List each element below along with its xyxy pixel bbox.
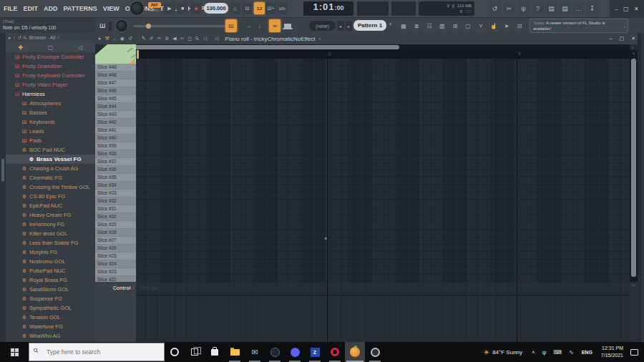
- browser-item[interactable]: Harmless: [6, 89, 95, 99]
- browser-item[interactable]: WhaWho AG: [6, 331, 95, 341]
- browser-item[interactable]: SandStorm GOL: [6, 285, 95, 294]
- browser-tab-add-icon[interactable]: ✚: [6, 44, 36, 51]
- snap-magnet-icon[interactable]: ∩: [113, 36, 117, 41]
- typing-keyboard-icon[interactable]: Ш: [225, 19, 237, 32]
- brush-tool-icon[interactable]: ✐: [150, 36, 154, 41]
- taskbar-app-store[interactable]: [205, 342, 225, 362]
- slice-row[interactable]: Slice #45: [95, 95, 136, 103]
- browser-item[interactable]: Atmospheres: [6, 99, 95, 108]
- browser-item[interactable]: Crossing the Timbre GOL: [6, 182, 95, 192]
- slice-row[interactable]: Slice #36: [95, 166, 136, 174]
- browser-item[interactable]: Fruity Granulizer: [6, 62, 95, 71]
- main-volume-knob[interactable]: [130, 1, 144, 15]
- browser-tab-sounds-icon[interactable]: ◁: [65, 44, 95, 51]
- multilink-icon[interactable]: ∞: [269, 19, 280, 32]
- note-grid[interactable]: [136, 59, 630, 282]
- piano-roll-title[interactable]: Piano roll - trickyChromaticNoEffect: [225, 36, 315, 42]
- pr-close-button[interactable]: ✕: [631, 36, 635, 41]
- slice-row[interactable]: Slice #46: [95, 87, 136, 95]
- taskbar-app-editor[interactable]: Z: [305, 342, 325, 362]
- slice-row[interactable]: Slice #41: [95, 127, 136, 134]
- tray-audio-icon[interactable]: ∿: [569, 349, 574, 356]
- song-label[interactable]: SONG: [148, 9, 161, 12]
- chat-button[interactable]: …: [572, 1, 585, 16]
- control-deck-label[interactable]: Control ›: [95, 282, 136, 342]
- browser-item[interactable]: EpicPad NUC: [6, 201, 95, 210]
- browser-back-icon[interactable]: ↺: [18, 35, 21, 41]
- slice-row[interactable]: Slice #43: [95, 111, 136, 119]
- channel-speaker-icon[interactable]: ◁: [215, 36, 218, 41]
- mute-tool-icon[interactable]: ⊘: [165, 36, 169, 41]
- horizontal-scrollbar[interactable]: [114, 44, 630, 50]
- action-center-icon[interactable]: [630, 349, 638, 356]
- close-button[interactable]: ✕: [634, 6, 639, 12]
- browser-item[interactable]: Fruity Envelope Controller: [6, 52, 95, 62]
- playlist-button[interactable]: ▦: [398, 19, 409, 32]
- browser-item[interactable]: InHarmony FG: [6, 220, 95, 229]
- cut-button[interactable]: ✂: [503, 1, 515, 16]
- loop-record-icon[interactable]: Ш↻: [277, 2, 288, 14]
- update-notification[interactable]: TodayA newer version of FL Studio is ava…: [530, 19, 628, 33]
- slice-row[interactable]: Slice #44: [95, 103, 136, 111]
- slice-row[interactable]: Slice #23: [95, 268, 136, 276]
- taskbar-app-mail[interactable]: ✉: [245, 342, 265, 362]
- slice-row[interactable]: Slice #28: [95, 229, 136, 237]
- browser-item[interactable]: Brass Vessel FG: [6, 155, 95, 164]
- delete-tool-icon[interactable]: ✑: [157, 36, 162, 41]
- browser-item[interactable]: Keyboards: [6, 117, 95, 127]
- metronome-small-icon[interactable]: ♩: [255, 19, 267, 32]
- zoom-tool-icon[interactable]: ⚲: [194, 35, 200, 41]
- slice-row[interactable]: Slice #49: [95, 64, 136, 72]
- taskbar-app-explorer[interactable]: [225, 342, 245, 362]
- master-pitch-slider[interactable]: [133, 25, 238, 27]
- slice-row[interactable]: Slice #27: [95, 237, 136, 245]
- search-input[interactable]: [29, 343, 165, 361]
- add-pattern-button[interactable]: +: [389, 21, 392, 28]
- slice-row[interactable]: Slice #30: [95, 213, 136, 221]
- countdown-icon[interactable]: 3.2: [254, 2, 265, 14]
- slice-row[interactable]: Slice #25: [95, 253, 136, 260]
- taskbar-app-fl-studio[interactable]: [345, 342, 365, 362]
- slice-row[interactable]: Slice #48: [95, 72, 136, 79]
- loop-marker-icon[interactable]: [130, 59, 135, 64]
- scroll-right-icon[interactable]: ›: [632, 44, 633, 50]
- mic-recording-button[interactable]: ψ: [517, 1, 530, 16]
- slider-handle[interactable]: [146, 24, 151, 29]
- mouse-tool-button[interactable]: ➤: [501, 19, 512, 32]
- control-lane-scroll[interactable]: ˅: [630, 282, 638, 342]
- pattern-next-button[interactable]: ▸: [346, 21, 352, 31]
- browser-menu-icon[interactable]: ▸: [9, 35, 11, 41]
- control-lane[interactable]: Note pan: [136, 282, 630, 342]
- menu-item[interactable]: FILE: [4, 5, 18, 12]
- shuffle-knob[interactable]: [116, 20, 127, 31]
- playback-tool-icon[interactable]: ◁: [203, 36, 207, 41]
- browser-item[interactable]: Pads: [6, 136, 95, 145]
- browser-item[interactable]: Killer droid GOL: [6, 229, 95, 238]
- shop-button[interactable]: ⊟: [514, 19, 525, 32]
- slice-row[interactable]: Slice #35: [95, 174, 136, 182]
- slice-row[interactable]: Slice #42: [95, 119, 136, 127]
- taskbar-app-steam[interactable]: [265, 342, 285, 362]
- browser-item[interactable]: CS-80 Epic FG: [6, 192, 95, 201]
- mixer-button[interactable]: ▥: [436, 19, 448, 32]
- weather-text[interactable]: 84°F Sunny: [492, 349, 522, 356]
- speaker-tool-icon[interactable]: ◀: [172, 36, 176, 41]
- scroll-down-icon[interactable]: ˅: [630, 282, 638, 289]
- browser-item[interactable]: BOC Pad NUC: [6, 145, 95, 155]
- taskbar-app-discord[interactable]: [285, 342, 305, 362]
- wrench-icon[interactable]: ⚒: [105, 36, 109, 41]
- browser-item[interactable]: Leads: [6, 127, 95, 136]
- tray-keyboard-icon[interactable]: ⌨: [553, 349, 562, 356]
- browser-item[interactable]: Royal Brass FG: [6, 275, 95, 285]
- task-view-button[interactable]: [185, 342, 205, 362]
- start-button[interactable]: [0, 342, 29, 362]
- browser-item[interactable]: Waterfone FG: [6, 322, 95, 331]
- piano-roll-menu-icon[interactable]: ▸: [99, 36, 102, 41]
- record-button[interactable]: ●: [190, 2, 202, 14]
- browser-scrollbar-handle[interactable]: [1, 159, 4, 182]
- menu-item[interactable]: EDIT: [24, 5, 39, 12]
- browser-item[interactable]: Fruity Video Player: [6, 80, 95, 89]
- browser-item[interactable]: Cinematic FG: [6, 173, 95, 182]
- time-display[interactable]: 1:01:00: [303, 1, 353, 16]
- vertical-scrollbar-handle[interactable]: [631, 59, 636, 277]
